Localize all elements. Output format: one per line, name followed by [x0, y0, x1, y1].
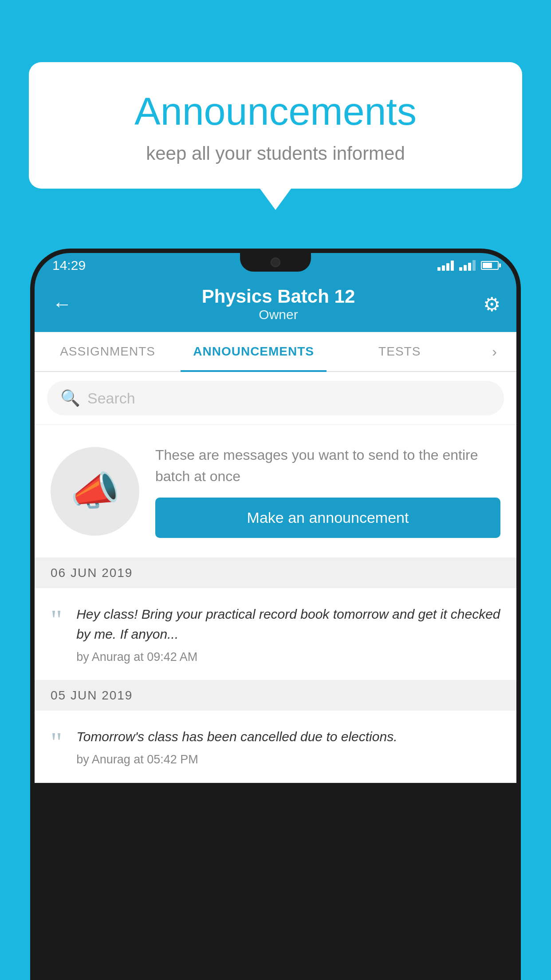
tab-more-icon[interactable]: ›	[472, 332, 516, 371]
announcement-meta-1: by Anurag at 09:42 AM	[76, 650, 500, 664]
empty-state-content: These are messages you want to send to t…	[155, 444, 500, 538]
make-announcement-button[interactable]: Make an announcement	[155, 498, 500, 538]
announcement-item-1: " Hey class! Bring your practical record…	[35, 588, 516, 680]
announcement-text-2: Tomorrow's class has been cancelled due …	[76, 727, 500, 747]
battery-fill	[483, 263, 492, 268]
announcement-item-2: " Tomorrow's class has been cancelled du…	[35, 711, 516, 783]
wifi-icon	[437, 260, 454, 271]
header-subtitle: Owner	[74, 307, 483, 322]
app-header: ← Physics Batch 12 Owner ⚙	[35, 276, 516, 332]
search-container: 🔍 Search	[35, 372, 516, 425]
status-time: 14:29	[52, 258, 86, 273]
signal-icon	[459, 260, 476, 271]
empty-state-description: These are messages you want to send to t…	[155, 444, 500, 487]
phone-frame: 14:29 ←	[30, 249, 521, 980]
quote-icon-2: "	[51, 728, 62, 757]
settings-button[interactable]: ⚙	[483, 293, 500, 316]
search-icon: 🔍	[60, 389, 80, 407]
search-bar[interactable]: 🔍 Search	[47, 381, 504, 415]
tab-tests[interactable]: TESTS	[327, 332, 472, 371]
announcement-text-1: Hey class! Bring your practical record b…	[76, 604, 500, 644]
phone-notch	[240, 253, 311, 272]
battery-icon	[481, 261, 499, 270]
tabs-container: ASSIGNMENTS ANNOUNCEMENTS TESTS ›	[35, 332, 516, 372]
search-placeholder: Search	[87, 390, 135, 407]
speech-bubble-section: Announcements keep all your students inf…	[29, 62, 522, 189]
header-title-group: Physics Batch 12 Owner	[74, 286, 483, 322]
date-header-1: 06 JUN 2019	[35, 558, 516, 588]
bubble-title: Announcements	[60, 89, 491, 134]
camera	[271, 257, 280, 267]
announcement-content-2: Tomorrow's class has been cancelled due …	[76, 727, 500, 767]
megaphone-icon: 📣	[70, 468, 120, 514]
announcement-content-1: Hey class! Bring your practical record b…	[76, 604, 500, 664]
tab-assignments[interactable]: ASSIGNMENTS	[35, 332, 181, 371]
speech-bubble-card: Announcements keep all your students inf…	[29, 62, 522, 189]
status-icons	[437, 260, 499, 271]
empty-state-section: 📣 These are messages you want to send to…	[35, 425, 516, 558]
announcement-meta-2: by Anurag at 05:42 PM	[76, 753, 500, 767]
phone-inner: 14:29 ←	[35, 253, 516, 980]
back-button[interactable]: ←	[51, 291, 74, 317]
quote-icon-1: "	[51, 606, 62, 634]
announcement-icon-circle: 📣	[51, 447, 139, 536]
date-header-2: 05 JUN 2019	[35, 680, 516, 711]
tab-announcements[interactable]: ANNOUNCEMENTS	[181, 332, 327, 371]
header-title: Physics Batch 12	[74, 286, 483, 307]
bubble-subtitle: keep all your students informed	[60, 143, 491, 164]
